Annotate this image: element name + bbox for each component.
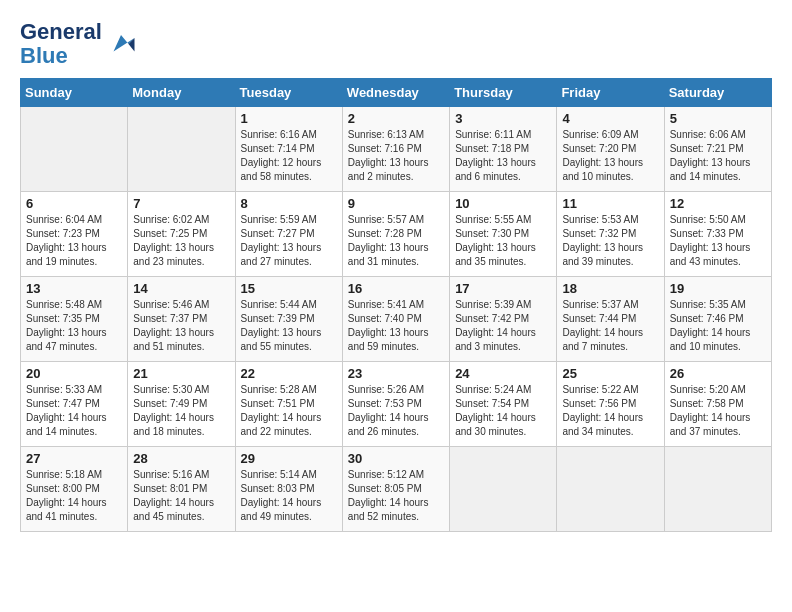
calendar-cell: 21Sunrise: 5:30 AM Sunset: 7:49 PM Dayli… (128, 362, 235, 447)
calendar-cell: 4Sunrise: 6:09 AM Sunset: 7:20 PM Daylig… (557, 107, 664, 192)
day-info: Sunrise: 6:11 AM Sunset: 7:18 PM Dayligh… (455, 128, 551, 184)
day-info: Sunrise: 5:53 AM Sunset: 7:32 PM Dayligh… (562, 213, 658, 269)
day-info: Sunrise: 5:37 AM Sunset: 7:44 PM Dayligh… (562, 298, 658, 354)
day-info: Sunrise: 5:26 AM Sunset: 7:53 PM Dayligh… (348, 383, 444, 439)
calendar-cell: 6Sunrise: 6:04 AM Sunset: 7:23 PM Daylig… (21, 192, 128, 277)
day-info: Sunrise: 6:06 AM Sunset: 7:21 PM Dayligh… (670, 128, 766, 184)
day-number: 23 (348, 366, 444, 381)
day-info: Sunrise: 5:22 AM Sunset: 7:56 PM Dayligh… (562, 383, 658, 439)
day-number: 14 (133, 281, 229, 296)
day-info: Sunrise: 5:35 AM Sunset: 7:46 PM Dayligh… (670, 298, 766, 354)
calendar-cell: 5Sunrise: 6:06 AM Sunset: 7:21 PM Daylig… (664, 107, 771, 192)
calendar-cell: 27Sunrise: 5:18 AM Sunset: 8:00 PM Dayli… (21, 447, 128, 532)
calendar-cell: 7Sunrise: 6:02 AM Sunset: 7:25 PM Daylig… (128, 192, 235, 277)
header: GeneralBlue (20, 20, 772, 68)
day-number: 2 (348, 111, 444, 126)
day-info: Sunrise: 6:09 AM Sunset: 7:20 PM Dayligh… (562, 128, 658, 184)
day-number: 9 (348, 196, 444, 211)
day-number: 15 (241, 281, 337, 296)
calendar-cell: 16Sunrise: 5:41 AM Sunset: 7:40 PM Dayli… (342, 277, 449, 362)
calendar-table: SundayMondayTuesdayWednesdayThursdayFrid… (20, 78, 772, 532)
calendar-cell: 13Sunrise: 5:48 AM Sunset: 7:35 PM Dayli… (21, 277, 128, 362)
weekday-saturday: Saturday (664, 79, 771, 107)
calendar-week-5: 27Sunrise: 5:18 AM Sunset: 8:00 PM Dayli… (21, 447, 772, 532)
calendar-cell: 22Sunrise: 5:28 AM Sunset: 7:51 PM Dayli… (235, 362, 342, 447)
calendar-cell: 26Sunrise: 5:20 AM Sunset: 7:58 PM Dayli… (664, 362, 771, 447)
day-info: Sunrise: 5:46 AM Sunset: 7:37 PM Dayligh… (133, 298, 229, 354)
day-info: Sunrise: 6:02 AM Sunset: 7:25 PM Dayligh… (133, 213, 229, 269)
day-info: Sunrise: 5:20 AM Sunset: 7:58 PM Dayligh… (670, 383, 766, 439)
calendar-week-2: 6Sunrise: 6:04 AM Sunset: 7:23 PM Daylig… (21, 192, 772, 277)
weekday-friday: Friday (557, 79, 664, 107)
day-number: 6 (26, 196, 122, 211)
calendar-cell: 18Sunrise: 5:37 AM Sunset: 7:44 PM Dayli… (557, 277, 664, 362)
day-number: 24 (455, 366, 551, 381)
day-number: 21 (133, 366, 229, 381)
weekday-wednesday: Wednesday (342, 79, 449, 107)
day-number: 8 (241, 196, 337, 211)
calendar-cell (21, 107, 128, 192)
calendar-cell (128, 107, 235, 192)
day-number: 16 (348, 281, 444, 296)
weekday-sunday: Sunday (21, 79, 128, 107)
logo-text: GeneralBlue (20, 20, 102, 68)
day-info: Sunrise: 6:16 AM Sunset: 7:14 PM Dayligh… (241, 128, 337, 184)
weekday-monday: Monday (128, 79, 235, 107)
calendar-cell (557, 447, 664, 532)
calendar-cell: 12Sunrise: 5:50 AM Sunset: 7:33 PM Dayli… (664, 192, 771, 277)
calendar-cell: 23Sunrise: 5:26 AM Sunset: 7:53 PM Dayli… (342, 362, 449, 447)
calendar-cell: 17Sunrise: 5:39 AM Sunset: 7:42 PM Dayli… (450, 277, 557, 362)
day-number: 5 (670, 111, 766, 126)
day-info: Sunrise: 5:59 AM Sunset: 7:27 PM Dayligh… (241, 213, 337, 269)
day-info: Sunrise: 5:33 AM Sunset: 7:47 PM Dayligh… (26, 383, 122, 439)
calendar-cell (664, 447, 771, 532)
calendar-cell: 20Sunrise: 5:33 AM Sunset: 7:47 PM Dayli… (21, 362, 128, 447)
calendar-cell: 14Sunrise: 5:46 AM Sunset: 7:37 PM Dayli… (128, 277, 235, 362)
day-number: 29 (241, 451, 337, 466)
weekday-thursday: Thursday (450, 79, 557, 107)
day-info: Sunrise: 5:39 AM Sunset: 7:42 PM Dayligh… (455, 298, 551, 354)
day-number: 18 (562, 281, 658, 296)
day-number: 7 (133, 196, 229, 211)
calendar-week-3: 13Sunrise: 5:48 AM Sunset: 7:35 PM Dayli… (21, 277, 772, 362)
day-number: 20 (26, 366, 122, 381)
day-number: 11 (562, 196, 658, 211)
day-number: 4 (562, 111, 658, 126)
day-info: Sunrise: 5:55 AM Sunset: 7:30 PM Dayligh… (455, 213, 551, 269)
calendar-cell: 28Sunrise: 5:16 AM Sunset: 8:01 PM Dayli… (128, 447, 235, 532)
day-number: 12 (670, 196, 766, 211)
day-info: Sunrise: 5:12 AM Sunset: 8:05 PM Dayligh… (348, 468, 444, 524)
day-info: Sunrise: 5:50 AM Sunset: 7:33 PM Dayligh… (670, 213, 766, 269)
calendar-week-1: 1Sunrise: 6:16 AM Sunset: 7:14 PM Daylig… (21, 107, 772, 192)
calendar-cell: 8Sunrise: 5:59 AM Sunset: 7:27 PM Daylig… (235, 192, 342, 277)
weekday-tuesday: Tuesday (235, 79, 342, 107)
day-info: Sunrise: 5:14 AM Sunset: 8:03 PM Dayligh… (241, 468, 337, 524)
logo-icon (106, 29, 136, 59)
day-number: 3 (455, 111, 551, 126)
calendar-cell: 2Sunrise: 6:13 AM Sunset: 7:16 PM Daylig… (342, 107, 449, 192)
day-number: 17 (455, 281, 551, 296)
day-number: 25 (562, 366, 658, 381)
calendar-cell: 1Sunrise: 6:16 AM Sunset: 7:14 PM Daylig… (235, 107, 342, 192)
calendar-cell: 24Sunrise: 5:24 AM Sunset: 7:54 PM Dayli… (450, 362, 557, 447)
day-info: Sunrise: 5:44 AM Sunset: 7:39 PM Dayligh… (241, 298, 337, 354)
calendar-cell: 10Sunrise: 5:55 AM Sunset: 7:30 PM Dayli… (450, 192, 557, 277)
day-info: Sunrise: 6:04 AM Sunset: 7:23 PM Dayligh… (26, 213, 122, 269)
day-info: Sunrise: 5:16 AM Sunset: 8:01 PM Dayligh… (133, 468, 229, 524)
day-number: 10 (455, 196, 551, 211)
day-number: 26 (670, 366, 766, 381)
calendar-cell: 11Sunrise: 5:53 AM Sunset: 7:32 PM Dayli… (557, 192, 664, 277)
day-number: 19 (670, 281, 766, 296)
day-info: Sunrise: 5:28 AM Sunset: 7:51 PM Dayligh… (241, 383, 337, 439)
day-number: 13 (26, 281, 122, 296)
calendar-week-4: 20Sunrise: 5:33 AM Sunset: 7:47 PM Dayli… (21, 362, 772, 447)
day-info: Sunrise: 5:24 AM Sunset: 7:54 PM Dayligh… (455, 383, 551, 439)
day-number: 28 (133, 451, 229, 466)
day-info: Sunrise: 6:13 AM Sunset: 7:16 PM Dayligh… (348, 128, 444, 184)
day-number: 22 (241, 366, 337, 381)
calendar-cell (450, 447, 557, 532)
calendar-cell: 30Sunrise: 5:12 AM Sunset: 8:05 PM Dayli… (342, 447, 449, 532)
calendar-cell: 9Sunrise: 5:57 AM Sunset: 7:28 PM Daylig… (342, 192, 449, 277)
weekday-header-row: SundayMondayTuesdayWednesdayThursdayFrid… (21, 79, 772, 107)
day-number: 27 (26, 451, 122, 466)
